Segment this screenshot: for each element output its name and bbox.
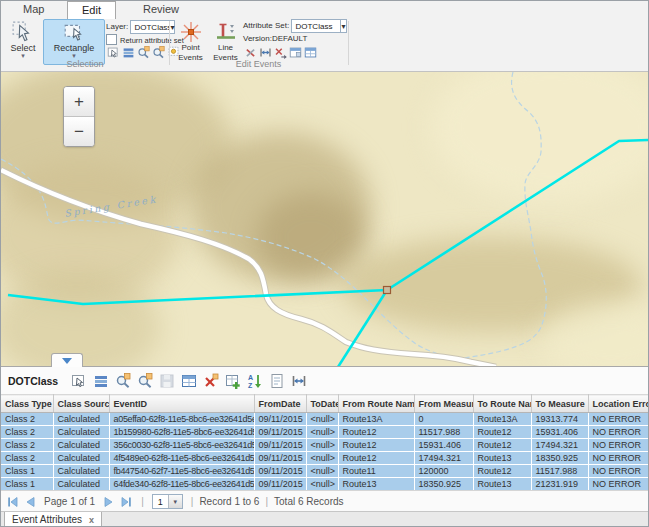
chevron-down-icon: ▾ <box>44 53 104 58</box>
table-row[interactable]: Class 2 Calculated 356c0030-62f8-11e5-8b… <box>1 439 649 452</box>
add-record-icon[interactable] <box>225 373 241 389</box>
table-row[interactable]: Class 1 Calculated 64fde340-62f8-11e5-8b… <box>1 478 649 491</box>
cell-class-source: Calculated <box>53 439 109 452</box>
edit-events-group-label: Edit Events <box>171 59 346 69</box>
event-table-header: Class Type Class Source EventID FromDate… <box>1 395 649 413</box>
event-attributes-tab-label: Event Attributes <box>12 514 82 525</box>
cell-to-measure: 15931.406 <box>531 426 588 439</box>
column-header[interactable]: Location Error <box>588 395 649 413</box>
page-number-value: 1 <box>153 497 168 507</box>
column-header[interactable]: To Route Name <box>473 395 531 413</box>
event-table-icon[interactable] <box>304 46 317 59</box>
close-tab-icon[interactable]: x <box>89 515 94 525</box>
split-event-icon[interactable] <box>244 46 257 59</box>
tab-event-attributes[interactable]: Event Attributes x <box>4 512 102 527</box>
layer-field: Layer: DOTClass ▾ <box>106 20 175 34</box>
pagination-bar: Page 1 of 1 | 1 ▾ | Record 1 to 6 | Tota… <box>1 490 649 512</box>
column-header[interactable]: From Route Name <box>338 395 414 413</box>
cell-from-measure: 11517.988 <box>414 426 473 439</box>
table-row[interactable]: Class 2 Calculated a05effa0-62f8-11e5-8b… <box>1 413 649 426</box>
column-header[interactable]: To Measure <box>531 395 588 413</box>
cell-to-measure: 11517.988 <box>531 465 588 478</box>
cell-to-route: Route13A <box>473 413 531 426</box>
attribute-set-label: Attribute Set: <box>243 21 289 30</box>
cell-event-id: 4f5489e0-62f8-11e5-8bc6-ee32641d5ec9 <box>109 452 254 465</box>
rectangle-select-icon <box>62 21 86 43</box>
attribute-set-combobox[interactable]: DOTClass <box>291 19 341 33</box>
zoom-to-record-icon[interactable] <box>115 373 131 389</box>
cell-from-date: 09/11/2015 <box>254 465 306 478</box>
table-row[interactable]: Class 1 Calculated fb447540-62f7-11e5-8b… <box>1 465 649 478</box>
column-header[interactable]: Class Type <box>1 395 53 413</box>
delete-record-icon[interactable] <box>203 373 219 389</box>
panel-collapse-button[interactable] <box>51 353 83 367</box>
layer-combobox[interactable]: DOTClass <box>130 20 170 34</box>
cell-to-date: <null> <box>306 478 338 491</box>
cell-to-date: <null> <box>306 413 338 426</box>
event-panel-icon[interactable] <box>289 46 302 59</box>
cell-location-error: NO ERROR <box>588 452 649 465</box>
cell-from-route: Route12 <box>338 452 414 465</box>
panel-tab-bar: Event Attributes x <box>1 511 649 527</box>
measure-range-icon[interactable] <box>259 46 272 59</box>
edit-events-group: Point Events Line Events Attribute Set: … <box>171 18 346 70</box>
attribute-set-dropdown-button[interactable]: ▾ <box>341 19 346 33</box>
cell-class-type: Class 1 <box>1 478 53 491</box>
cell-class-type: Class 2 <box>1 452 53 465</box>
page-dropdown-button[interactable]: ▾ <box>168 495 182 508</box>
selection-list-icon[interactable] <box>122 46 135 59</box>
last-page-icon[interactable] <box>120 496 132 508</box>
collapse-arrow-icon <box>62 358 72 364</box>
cell-from-date: 09/11/2015 <box>254 439 306 452</box>
cell-location-error: NO ERROR <box>588 478 649 491</box>
cell-from-measure: 15931.406 <box>414 439 473 452</box>
measure-extent-icon[interactable] <box>291 373 307 389</box>
column-header[interactable]: FromDate <box>254 395 306 413</box>
cell-event-id: fb447540-62f7-11e5-8bc6-ee32641d5ec9 <box>109 465 254 478</box>
pan-to-record-icon[interactable] <box>137 373 153 389</box>
table-row[interactable]: Class 2 Calculated 4f5489e0-62f8-11e5-8b… <box>1 452 649 465</box>
column-header[interactable]: EventID <box>109 395 254 413</box>
tab-edit[interactable]: Edit <box>67 1 116 19</box>
tab-map[interactable]: Map <box>9 1 58 17</box>
save-edits-icon[interactable] <box>159 373 175 389</box>
pan-to-selection-icon[interactable] <box>152 46 165 59</box>
previous-page-icon[interactable] <box>25 496 37 508</box>
cell-location-error: NO ERROR <box>588 439 649 452</box>
table-view-icon[interactable] <box>181 373 197 389</box>
page-number-combobox[interactable]: 1 ▾ <box>152 494 183 509</box>
attribute-list-icon[interactable] <box>93 373 109 389</box>
column-header[interactable]: Class Source <box>53 395 109 413</box>
table-row[interactable]: Class 2 Calculated 1b159980-62f8-11e5-8b… <box>1 426 649 439</box>
zoom-to-selection-icon[interactable] <box>137 46 150 59</box>
total-records-text: Total 6 Records <box>274 496 343 507</box>
tab-review[interactable]: Review <box>129 1 193 17</box>
line-events-icon <box>214 21 238 43</box>
column-header[interactable]: ToDate <box>306 395 338 413</box>
column-header[interactable]: From Measure <box>414 395 473 413</box>
map-canvas[interactable]: Spring Creek + − <box>1 72 649 366</box>
return-attribute-checkbox[interactable] <box>106 34 117 45</box>
next-page-icon[interactable] <box>102 496 114 508</box>
zoom-out-button[interactable]: − <box>64 117 94 146</box>
cell-from-measure: 17494.321 <box>414 452 473 465</box>
event-table-body: Class 2 Calculated a05effa0-62f8-11e5-8b… <box>1 413 649 491</box>
first-page-icon[interactable] <box>7 496 19 508</box>
edit-events-mini-toolbar <box>244 46 317 59</box>
sort-records-icon[interactable] <box>247 373 263 389</box>
cell-class-source: Calculated <box>53 452 109 465</box>
snap-event-icon[interactable] <box>274 46 287 59</box>
cell-from-measure: 18350.925 <box>414 478 473 491</box>
select-records-icon[interactable] <box>71 373 87 389</box>
notes-page-icon[interactable] <box>269 373 285 389</box>
zoom-in-button[interactable]: + <box>64 87 94 117</box>
chevron-down-icon: ▾ <box>6 53 40 58</box>
cell-class-type: Class 2 <box>1 413 53 426</box>
select-cursor-icon <box>11 21 35 43</box>
ribbon: Map Edit Review Select ▾ Rectangle ▾ Lay… <box>1 1 649 72</box>
cell-from-route: Route12 <box>338 426 414 439</box>
cell-from-date: 09/11/2015 <box>254 426 306 439</box>
select-features-icon[interactable] <box>107 46 120 59</box>
point-events-icon <box>179 21 203 43</box>
cell-to-date: <null> <box>306 426 338 439</box>
